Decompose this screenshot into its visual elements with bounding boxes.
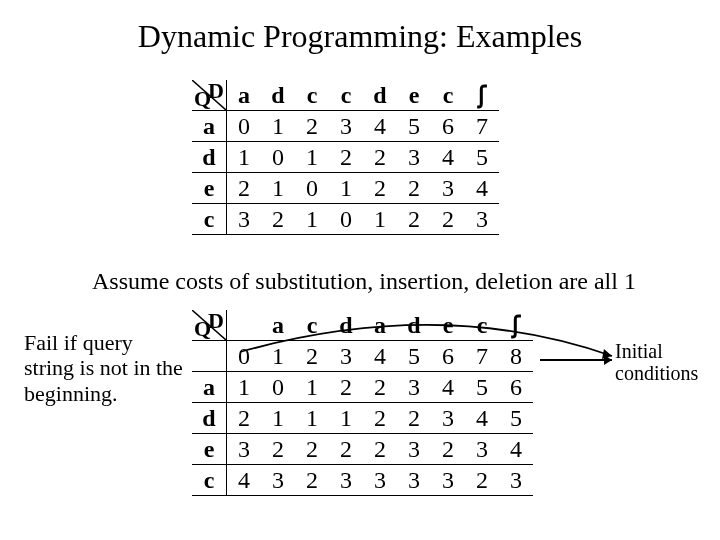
cell: 2 — [261, 204, 295, 235]
row-header: c — [192, 204, 227, 235]
cell: 5 — [465, 372, 499, 403]
cell: 1 — [295, 204, 329, 235]
cell: 0 — [295, 173, 329, 204]
cell: 7 — [465, 341, 499, 372]
cell: 1 — [295, 372, 329, 403]
cell: 3 — [397, 372, 431, 403]
cell: 4 — [499, 434, 533, 465]
cell: 2 — [465, 465, 499, 496]
cell: 1 — [261, 341, 295, 372]
col-header: e — [397, 80, 431, 111]
col-header: d — [363, 80, 397, 111]
cell: 3 — [465, 204, 499, 235]
init-line-1: Initial — [615, 340, 663, 362]
row-header: d — [192, 142, 227, 173]
cell: 2 — [329, 142, 363, 173]
page-title: Dynamic Programming: Examples — [0, 0, 720, 55]
col-header: d — [397, 310, 431, 341]
cell: 7 — [465, 111, 499, 142]
dp-table-bottom: D Q a c d a d e c ʃ 0 1 2 3 4 5 6 7 8 a … — [192, 310, 533, 496]
cell: 5 — [397, 111, 431, 142]
cell: 1 — [329, 173, 363, 204]
col-header: c — [431, 80, 465, 111]
cell: 3 — [397, 142, 431, 173]
cell: 3 — [363, 465, 397, 496]
cell: 2 — [227, 173, 262, 204]
col-header: ʃ — [465, 80, 499, 111]
cell: 0 — [227, 341, 262, 372]
cell: 2 — [295, 341, 329, 372]
cell: 2 — [329, 372, 363, 403]
row-header: c — [192, 465, 227, 496]
cell: 2 — [227, 403, 262, 434]
cell: 6 — [431, 341, 465, 372]
cell: 0 — [261, 142, 295, 173]
row-header: e — [192, 173, 227, 204]
cell: 8 — [499, 341, 533, 372]
cell: 2 — [397, 173, 431, 204]
init-line-2: conditions — [615, 362, 698, 384]
cell: 4 — [363, 111, 397, 142]
cell: 3 — [499, 465, 533, 496]
cell: 2 — [295, 111, 329, 142]
col-header: c — [295, 310, 329, 341]
cell: 4 — [465, 173, 499, 204]
cell: 4 — [465, 403, 499, 434]
cell: 2 — [363, 372, 397, 403]
cell: 2 — [261, 434, 295, 465]
cell: 5 — [397, 341, 431, 372]
svg-marker-3 — [604, 355, 612, 365]
cell: 3 — [227, 434, 262, 465]
cell: 4 — [227, 465, 262, 496]
col-header: c — [329, 80, 363, 111]
cell: 2 — [329, 434, 363, 465]
cell: 2 — [363, 142, 397, 173]
cell: 1 — [295, 142, 329, 173]
cell: 2 — [363, 434, 397, 465]
cell: 6 — [431, 111, 465, 142]
corner-cell: D Q — [192, 310, 227, 341]
cell: 2 — [431, 204, 465, 235]
cell: 3 — [261, 465, 295, 496]
cell: 2 — [363, 173, 397, 204]
cell: 1 — [261, 403, 295, 434]
cell: 2 — [431, 434, 465, 465]
col-header: a — [227, 80, 262, 111]
cell: 3 — [431, 403, 465, 434]
row-header: a — [192, 372, 227, 403]
row-header: a — [192, 111, 227, 142]
corner-cell: D Q — [192, 80, 227, 111]
cell: 3 — [227, 204, 262, 235]
cell: 3 — [397, 465, 431, 496]
col-header: d — [261, 80, 295, 111]
cell: 3 — [465, 434, 499, 465]
cell: 4 — [363, 341, 397, 372]
cell: 4 — [431, 372, 465, 403]
cell: 0 — [227, 111, 262, 142]
cell: 5 — [465, 142, 499, 173]
cell: 1 — [261, 111, 295, 142]
col-header — [227, 310, 262, 341]
cell: 3 — [431, 465, 465, 496]
svg-marker-2 — [602, 349, 612, 359]
assumption-text: Assume costs of substitution, insertion,… — [92, 268, 636, 295]
cell: 2 — [397, 204, 431, 235]
cell: 1 — [329, 403, 363, 434]
dp-table-top: D Q a d c c d e c ʃ a 0 1 2 3 4 5 6 7 d … — [192, 80, 499, 235]
cell: 3 — [329, 465, 363, 496]
cell: 2 — [397, 403, 431, 434]
col-header: c — [465, 310, 499, 341]
cell: 3 — [329, 341, 363, 372]
cell: 2 — [363, 403, 397, 434]
cell: 1 — [295, 403, 329, 434]
cell: 1 — [261, 173, 295, 204]
cell: 1 — [363, 204, 397, 235]
cell: 3 — [431, 173, 465, 204]
col-header: d — [329, 310, 363, 341]
row-header: e — [192, 434, 227, 465]
cell: 5 — [499, 403, 533, 434]
cell: 1 — [227, 372, 262, 403]
row-axis-label: Q — [194, 86, 211, 112]
fail-note: Fail if query string is not in the begin… — [24, 330, 184, 406]
cell: 2 — [295, 465, 329, 496]
